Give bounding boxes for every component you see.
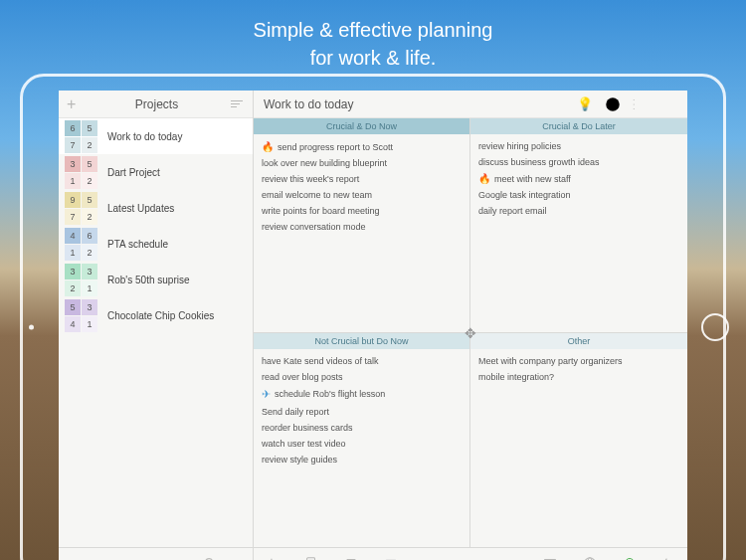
project-badge: 1 xyxy=(65,245,81,261)
task-text: schedule Rob's flight lesson xyxy=(275,389,385,399)
project-badge: 1 xyxy=(65,173,81,189)
task-item[interactable]: ✈schedule Rob's flight lesson xyxy=(262,385,462,404)
task-text: have Kate send videos of talk xyxy=(262,356,379,366)
task-text: look over new building blueprint xyxy=(262,158,387,168)
task-text: review hiring policies xyxy=(478,141,561,151)
quadrant-not-crucial-now[interactable]: Not Crucial but Do Now have Kate send vi… xyxy=(254,333,470,548)
task-item[interactable]: email welcome to new team xyxy=(262,187,462,203)
camera-icon[interactable] xyxy=(383,555,399,561)
task-text: review this week's report xyxy=(262,174,359,184)
task-item[interactable]: Meet with company party organizers xyxy=(478,353,679,369)
task-item[interactable]: discuss business growth ideas xyxy=(478,154,679,170)
task-item[interactable]: read over blog posts xyxy=(262,369,462,385)
task-item[interactable]: review hiring policies xyxy=(478,138,679,154)
task-text: mobile integration? xyxy=(478,372,554,382)
project-badge: 5 xyxy=(82,192,97,208)
search-icon[interactable] xyxy=(202,555,218,561)
quadrant-grid: Crucial & Do Now 🔥send progress report t… xyxy=(254,118,687,547)
project-name: Latest Updates xyxy=(107,203,174,214)
menu-icon[interactable] xyxy=(659,95,677,113)
project-name: Dart Project xyxy=(107,167,160,178)
project-badge: 3 xyxy=(82,299,97,315)
clock-icon[interactable] xyxy=(604,95,622,113)
project-badge: 3 xyxy=(82,264,97,280)
globe-icon[interactable] xyxy=(582,555,598,561)
task-text: email welcome to new team xyxy=(262,190,372,200)
project-badge: 2 xyxy=(82,245,97,261)
project-item[interactable]: 6572Work to do today xyxy=(59,118,253,154)
project-badge: 4 xyxy=(65,316,81,332)
az-sort-icon[interactable]: az xyxy=(147,555,163,561)
project-badge: 4 xyxy=(65,228,81,244)
task-item[interactable]: review conversation mode xyxy=(262,219,462,235)
project-name: Work to do today xyxy=(107,131,182,142)
task-item[interactable]: have Kate send videos of talk xyxy=(262,353,462,369)
svg-point-4 xyxy=(634,98,635,99)
project-badge: 7 xyxy=(65,209,81,225)
task-text: send progress report to Scott xyxy=(278,142,393,152)
project-badge: 2 xyxy=(82,209,97,225)
project-item[interactable]: 4612PTA schedule xyxy=(59,226,253,262)
main-header: Work to do today 💡 xyxy=(254,91,687,118)
task-item[interactable]: Send daily report xyxy=(262,404,462,420)
fire-icon: 🔥 xyxy=(478,173,490,184)
project-badge: 1 xyxy=(82,280,97,296)
project-badge: 5 xyxy=(82,120,97,136)
task-text: review conversation mode xyxy=(262,222,366,232)
task-item[interactable]: 🔥send progress report to Scott xyxy=(262,138,462,155)
task-text: Google task integration xyxy=(478,190,571,200)
task-item[interactable]: daily report email xyxy=(478,203,679,219)
project-item[interactable]: 3321Rob's 50th suprise xyxy=(59,262,253,297)
bottom-toolbar: az + xyxy=(59,547,687,560)
add-project-button[interactable]: + xyxy=(67,95,83,113)
quadrant-crucial-later[interactable]: Crucial & Do Later review hiring policie… xyxy=(470,118,687,333)
idea-icon[interactable]: 💡 xyxy=(576,95,594,113)
task-text: read over blog posts xyxy=(262,372,343,382)
svg-point-6 xyxy=(634,107,635,108)
task-item[interactable]: 🔥meet with new staff xyxy=(478,170,679,187)
task-item[interactable]: review this week's report xyxy=(262,171,462,187)
svg-point-5 xyxy=(634,103,635,104)
task-item[interactable]: write points for board meeting xyxy=(262,203,462,219)
project-badge: 2 xyxy=(82,137,97,153)
project-badge: 7 xyxy=(65,137,81,153)
project-badge: 6 xyxy=(82,228,97,244)
inbox-icon[interactable] xyxy=(93,555,109,561)
project-item[interactable]: 9572Latest Updates xyxy=(59,190,253,226)
tablet-frame: + Projects 6572Work to do today3512Dart … xyxy=(20,74,726,560)
task-item[interactable]: mobile integration? xyxy=(478,369,679,385)
task-text: write points for board meeting xyxy=(262,206,380,216)
undo-icon[interactable] xyxy=(661,555,677,561)
task-text: review style guides xyxy=(262,455,337,465)
task-text: meet with new staff xyxy=(494,174,571,184)
project-badge: 3 xyxy=(65,156,81,172)
add-task-button[interactable]: + xyxy=(264,555,280,561)
list-icon[interactable] xyxy=(632,95,650,113)
project-item[interactable]: 3512Dart Project xyxy=(59,154,253,190)
task-item[interactable]: review style guides xyxy=(262,452,462,467)
task-item[interactable]: Google task integration xyxy=(478,187,679,203)
plane-icon: ✈ xyxy=(262,388,271,401)
task-text: Meet with company party organizers xyxy=(478,356,623,366)
project-badge: 5 xyxy=(82,156,97,172)
task-item[interactable]: watch user test video xyxy=(262,436,462,452)
project-name: Chocolate Chip Cookies xyxy=(107,310,214,321)
main-panel: Work to do today 💡 Crucial & Do Now 🔥sen… xyxy=(254,91,687,547)
task-item[interactable]: look over new building blueprint xyxy=(262,155,462,171)
resize-handle-icon[interactable]: ✥ xyxy=(462,324,479,342)
project-badge: 3 xyxy=(65,264,81,280)
quadrant-other[interactable]: Other Meet with company party organizers… xyxy=(470,333,687,548)
sync-icon[interactable] xyxy=(622,555,638,561)
camera-dot xyxy=(29,324,34,329)
notes-icon[interactable] xyxy=(303,555,319,561)
project-badge: 5 xyxy=(65,299,81,315)
task-item[interactable]: reorder business cards xyxy=(262,420,462,436)
task-text: watch user test video xyxy=(262,439,346,449)
sort-icon[interactable] xyxy=(231,97,245,111)
project-item[interactable]: 5341Chocolate Chip Cookies xyxy=(59,297,253,333)
filter-icon[interactable] xyxy=(343,555,359,561)
mail-icon[interactable] xyxy=(542,555,558,561)
sidebar: + Projects 6572Work to do today3512Dart … xyxy=(59,91,254,547)
quadrant-crucial-now[interactable]: Crucial & Do Now 🔥send progress report t… xyxy=(254,118,470,333)
home-button[interactable] xyxy=(701,313,729,341)
